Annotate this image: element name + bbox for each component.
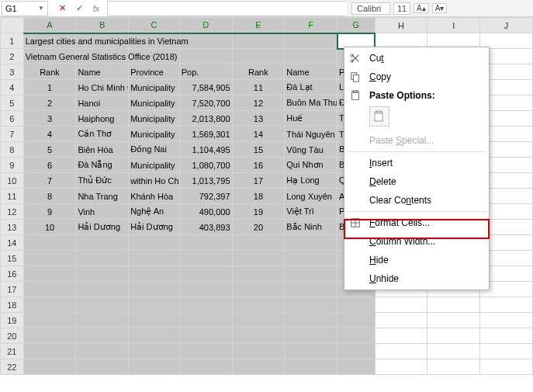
cell-H21[interactable] bbox=[375, 344, 427, 359]
cell-B14[interactable] bbox=[76, 235, 129, 251]
column-header-H[interactable]: H bbox=[375, 18, 427, 33]
cell-F4[interactable]: Đà Lạt bbox=[285, 80, 337, 95]
cell-F21[interactable] bbox=[285, 344, 337, 359]
row-header-3[interactable]: 3 bbox=[1, 64, 24, 80]
cell-B20[interactable] bbox=[76, 328, 129, 344]
cell-H22[interactable] bbox=[375, 359, 427, 375]
cell-C12[interactable]: Nghệ An bbox=[129, 204, 180, 220]
cell-D18[interactable] bbox=[179, 297, 232, 313]
confirm-icon[interactable]: ✓ bbox=[71, 2, 87, 16]
cell-I20[interactable] bbox=[427, 328, 480, 344]
cell-E9[interactable]: 16 bbox=[232, 158, 285, 173]
cell-F15[interactable] bbox=[285, 251, 337, 266]
cell-C14[interactable] bbox=[129, 235, 180, 251]
row-header-17[interactable]: 17 bbox=[1, 282, 24, 297]
fx-icon[interactable]: fx bbox=[88, 2, 104, 16]
cell-B19[interactable] bbox=[76, 313, 129, 328]
font-name[interactable]: Calibri bbox=[351, 2, 390, 15]
cell-A11[interactable]: 8 bbox=[23, 189, 76, 204]
cell-A18[interactable] bbox=[23, 297, 76, 313]
cell-E21[interactable] bbox=[232, 344, 285, 359]
cell-A20[interactable] bbox=[23, 328, 76, 344]
cell-A5[interactable]: 2 bbox=[23, 95, 76, 111]
column-header-D[interactable]: D bbox=[179, 18, 232, 33]
cell-I19[interactable] bbox=[427, 313, 480, 328]
cell-D21[interactable] bbox=[179, 344, 232, 359]
cell-D6[interactable]: 2,013,800 bbox=[179, 111, 232, 127]
cell-H20[interactable] bbox=[375, 328, 427, 344]
column-header-F[interactable]: F bbox=[285, 18, 337, 33]
cell-F22[interactable] bbox=[285, 359, 337, 375]
column-header-A[interactable]: A bbox=[23, 18, 76, 33]
row-header-4[interactable]: 4 bbox=[1, 80, 24, 95]
cell-B16[interactable] bbox=[76, 266, 129, 282]
cell-E14[interactable] bbox=[232, 235, 285, 251]
cell-D4[interactable]: 7,584,905 bbox=[179, 80, 232, 95]
name-box[interactable]: G1 ▼ bbox=[2, 1, 48, 16]
row-header-12[interactable]: 12 bbox=[1, 204, 24, 220]
cell-E1[interactable] bbox=[232, 33, 285, 49]
cell-F16[interactable] bbox=[285, 266, 337, 282]
cell-A3[interactable]: Rank bbox=[23, 64, 76, 80]
cell-F5[interactable]: Buôn Ma Thuột bbox=[285, 95, 337, 111]
row-header-5[interactable]: 5 bbox=[1, 95, 24, 111]
cell-E10[interactable]: 17 bbox=[232, 173, 285, 189]
cell-A9[interactable]: 6 bbox=[23, 158, 76, 173]
cell-D17[interactable] bbox=[179, 282, 232, 297]
cell-D15[interactable] bbox=[179, 251, 232, 266]
cell-D8[interactable]: 1,104,495 bbox=[179, 142, 232, 158]
row-header-8[interactable]: 8 bbox=[1, 142, 24, 158]
row-header-15[interactable]: 15 bbox=[1, 251, 24, 266]
cell-D11[interactable]: 792,397 bbox=[179, 189, 232, 204]
cell-A8[interactable]: 5 bbox=[23, 142, 76, 158]
cell-E13[interactable]: 20 bbox=[232, 220, 285, 235]
menu-format-cells[interactable]: Format Cells... bbox=[344, 213, 489, 232]
cell-J19[interactable] bbox=[480, 313, 533, 328]
cell-A21[interactable] bbox=[23, 344, 76, 359]
cell-D10[interactable]: 1,013,795 bbox=[179, 173, 232, 189]
cell-D5[interactable]: 7,520,700 bbox=[179, 95, 232, 111]
font-size[interactable]: 11 bbox=[393, 2, 410, 15]
cell-E19[interactable] bbox=[232, 313, 285, 328]
cell-C22[interactable] bbox=[129, 359, 180, 375]
cell-C17[interactable] bbox=[129, 282, 180, 297]
cell-A16[interactable] bbox=[23, 266, 76, 282]
cell-C15[interactable] bbox=[129, 251, 180, 266]
cell-E5[interactable]: 12 bbox=[232, 95, 285, 111]
cell-F1[interactable] bbox=[285, 33, 337, 49]
cell-F3[interactable]: Name bbox=[285, 64, 337, 80]
cell-A13[interactable]: 10 bbox=[23, 220, 76, 235]
cell-D2[interactable] bbox=[179, 49, 232, 64]
cell-E4[interactable]: 11 bbox=[232, 80, 285, 95]
cell-A6[interactable]: 3 bbox=[23, 111, 76, 127]
menu-clear-contents[interactable]: Clear Contents bbox=[344, 191, 489, 210]
cell-B11[interactable]: Nha Trang bbox=[76, 189, 129, 204]
select-all-corner[interactable] bbox=[1, 18, 24, 33]
cell-E16[interactable] bbox=[232, 266, 285, 282]
row-header-9[interactable]: 9 bbox=[1, 158, 24, 173]
cell-G22[interactable] bbox=[337, 359, 376, 375]
cell-A10[interactable]: 7 bbox=[23, 173, 76, 189]
row-header-18[interactable]: 18 bbox=[1, 297, 24, 313]
cell-F14[interactable] bbox=[285, 235, 337, 251]
cell-D16[interactable] bbox=[179, 266, 232, 282]
cell-J18[interactable] bbox=[480, 297, 533, 313]
paste-option-default[interactable] bbox=[369, 106, 389, 127]
cell-B5[interactable]: Hanoi bbox=[76, 95, 129, 111]
cell-D9[interactable]: 1,080,700 bbox=[179, 158, 232, 173]
cell-B21[interactable] bbox=[76, 344, 129, 359]
cell-D14[interactable] bbox=[179, 235, 232, 251]
row-header-1[interactable]: 1 bbox=[1, 33, 24, 49]
cell-B3[interactable]: Name bbox=[76, 64, 129, 80]
cell-J22[interactable] bbox=[480, 359, 533, 375]
cell-H19[interactable] bbox=[375, 313, 427, 328]
cancel-icon[interactable]: ✕ bbox=[54, 2, 70, 16]
row-header-20[interactable]: 20 bbox=[1, 328, 24, 344]
cell-A14[interactable] bbox=[23, 235, 76, 251]
cell-F8[interactable]: Vũng Tàu bbox=[285, 142, 337, 158]
row-header-22[interactable]: 22 bbox=[1, 359, 24, 375]
cell-G18[interactable] bbox=[337, 297, 376, 313]
cell-E12[interactable]: 19 bbox=[232, 204, 285, 220]
cell-F10[interactable]: Hạ Long bbox=[285, 173, 337, 189]
cell-J20[interactable] bbox=[480, 328, 533, 344]
